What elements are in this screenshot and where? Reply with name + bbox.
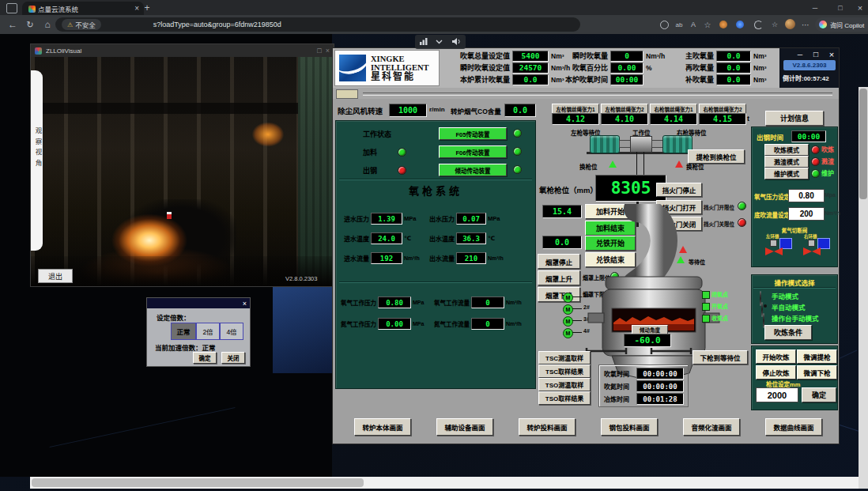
plan-info-button[interactable]: 计划信息 [765,111,824,126]
firedoor-open-limit-lamp [738,202,746,210]
feed-status-label: 加料 [363,147,377,157]
viewer-side-tab[interactable]: 观察视角 [31,70,43,251]
slag-mode-button[interactable]: 溅渣模式 [764,156,809,168]
nav-ladle-charging[interactable]: 钢包投料画面 [601,418,658,436]
nav-converter-charging[interactable]: 转炉投料画面 [519,418,576,436]
tso-measure-button[interactable]: TSO测温取样 [538,378,591,391]
hmi-maximize-icon[interactable]: □ [810,49,822,59]
tsc-result-button[interactable]: TSC取样结果 [538,364,591,378]
viewer-titlebar[interactable]: ZLLOliVisual □ × [31,44,334,57]
drive-f06-button[interactable]: F06传动装置 [439,145,507,158]
hmi-logo: XINGKE INTELLIGENT 星科智能 [334,50,440,86]
valve-m-4[interactable]: M [563,328,573,338]
blow-mode-button[interactable]: 吹炼模式 [764,144,809,156]
nav-auxiliary-equipment[interactable]: 辅助设备画面 [436,418,493,436]
field-value: 0.0 [716,74,751,85]
logo-line3: 星科智能 [371,72,429,82]
horizontal-scrollbar[interactable] [30,477,859,489]
lance-set-input[interactable]: 2000 [756,387,798,402]
hood-up-button[interactable]: 烟罩上升 [538,270,580,285]
profile-avatar[interactable] [785,19,795,29]
field-value: 0.0 [716,51,751,62]
o2-pressure-input[interactable]: 0.80 [788,189,825,202]
browser-tab[interactable]: 点量云流系统 × [22,2,144,15]
speed-option-normal[interactable]: 正常 [171,323,196,340]
vertical-scrollbar[interactable] [859,87,868,489]
speed-dialog-titlebar[interactable]: × [147,298,250,308]
dialog-ok-button[interactable]: 确定 [193,352,217,364]
hmi-minimize-icon[interactable]: ─ [794,49,806,59]
speaker-icon[interactable] [451,35,462,49]
speed-option-4x[interactable]: 4倍 [220,323,243,340]
valve-m-1[interactable]: M [563,293,573,303]
tab-layout-icon[interactable] [6,3,17,13]
nav-audio-slag[interactable]: 音频化渣画面 [683,418,740,436]
reader-icon[interactable] [658,17,670,32]
favorites-star-icon[interactable]: ☆ [701,17,714,32]
dictionary-icon[interactable]: ab [673,17,685,32]
viewer-maximize-icon[interactable]: □ [317,47,321,55]
hood-down-button[interactable]: 烟罩下降 [538,287,580,302]
lance-set-confirm-button[interactable]: 确定 [802,387,836,402]
drive-tilt-button[interactable]: 倾动传动装置 [439,164,507,176]
tab-close-icon[interactable]: × [134,4,139,13]
collections-icon[interactable]: ☆ [768,17,781,32]
tso-result-button[interactable]: TSO取样结果 [538,391,591,405]
horizontal-scrollbar-thumb[interactable] [32,478,364,487]
address-bar[interactable]: ⚠ 不安全 s?loadType=auto&group=6fdnw219850d [55,17,580,32]
stats-chart-icon[interactable] [419,35,428,49]
field-unit: % [646,64,652,72]
maintain-mode-button[interactable]: 维护模式 [764,168,809,179]
back-icon[interactable]: ← [5,17,21,32]
copilot-button[interactable]: 询问 Copilot [815,17,868,32]
hmi-close-icon[interactable]: × [825,49,838,59]
extension-icon-3[interactable] [752,17,764,32]
n2-valve-right-actuator [808,240,815,247]
vertical-scrollbar-thumb[interactable] [859,89,867,199]
speed-option-2x[interactable]: 2倍 [196,323,220,340]
chevron-down-icon[interactable] [435,35,443,49]
copilot-label: 询问 Copilot [830,21,864,29]
lance-system-title: 氧枪系统 [336,183,535,198]
stop-blow-button[interactable]: 停止吹炼 [756,365,796,380]
radio-semi-auto-label: 半自动模式 [772,302,806,312]
new-tab-icon[interactable]: + [141,2,153,14]
dialog-close-button[interactable]: 关闭 [221,352,245,364]
browser-maximize-icon[interactable]: □ [830,0,851,15]
speed-current-label: 当前加速倍数：正常 [155,342,216,352]
tsc-measure-button[interactable]: TSC测温取样 [538,351,591,364]
viewer-close-icon[interactable]: × [326,47,330,55]
trim-lower-button[interactable]: 微调下枪 [797,365,837,380]
hood-stop-button[interactable]: 烟罩停止 [538,254,580,269]
viewer-scene[interactable] [31,57,334,286]
field-value: 0.0 [512,74,549,85]
firedoor-stop-button[interactable]: 挡火门停止 [656,183,702,197]
viewer-exit-button[interactable]: 退出 [38,269,73,283]
valve-m-2[interactable]: M [563,304,573,315]
read-aloud-icon[interactable]: A [687,17,700,32]
dialog-close-icon[interactable]: × [243,300,247,308]
extension-icon-1[interactable] [719,21,727,28]
start-blow-button[interactable]: 开始吹炼 [756,349,796,364]
nav-data-curves[interactable]: 数据曲线画面 [765,418,822,436]
raise-to-swap-button[interactable]: 提枪到换枪位 [688,149,745,164]
browser-minimize-icon[interactable]: ─ [805,0,825,15]
valve-m-3[interactable]: M [563,316,573,327]
trim-raise-button[interactable]: 微调提枪 [797,349,837,364]
extension-icon-2[interactable] [736,21,744,28]
browser-close-icon[interactable]: × [852,0,868,15]
slag-mode-label: 溅渣 [821,157,834,165]
field-value: 5400 [512,51,549,62]
lower-to-wait-button[interactable]: 下枪到等待位 [693,350,748,364]
drive-f05-button[interactable]: F05传动装置 [439,127,507,140]
tilt-angle-display: -60.0 [624,334,671,347]
security-chip[interactable]: ⚠ 不安全 [62,19,101,30]
security-label: 不安全 [75,20,96,29]
bottom-flow-input[interactable]: 200 [788,207,825,221]
refresh-icon[interactable]: ↻ [22,17,38,32]
blow-condition-button[interactable]: 吹炼条件 [764,325,812,340]
header-field: 瞬时吹氧设定值 24570 Nm³/h [443,62,570,73]
home-icon[interactable]: ⌂ [40,17,55,32]
nav-converter-body[interactable]: 转炉本体画面 [354,418,411,436]
more-menu-icon[interactable]: ⋯ [799,17,812,32]
